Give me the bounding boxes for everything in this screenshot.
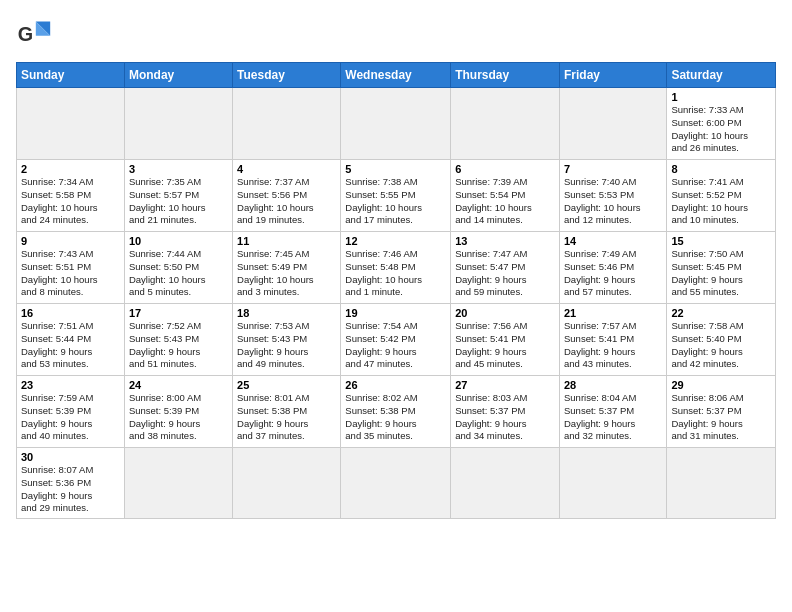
- calendar-cell: 3Sunrise: 7:35 AM Sunset: 5:57 PM Daylig…: [124, 160, 232, 232]
- calendar-cell: [341, 448, 451, 519]
- calendar-cell: [124, 448, 232, 519]
- calendar-cell: [667, 448, 776, 519]
- calendar-cell: 17Sunrise: 7:52 AM Sunset: 5:43 PM Dayli…: [124, 304, 232, 376]
- day-info: Sunrise: 7:38 AM Sunset: 5:55 PM Dayligh…: [345, 176, 446, 227]
- calendar-cell: 12Sunrise: 7:46 AM Sunset: 5:48 PM Dayli…: [341, 232, 451, 304]
- header: G: [16, 16, 776, 52]
- day-info: Sunrise: 8:01 AM Sunset: 5:38 PM Dayligh…: [237, 392, 336, 443]
- calendar-cell: [451, 448, 560, 519]
- day-number: 4: [237, 163, 336, 175]
- calendar-cell: [341, 88, 451, 160]
- calendar-cell: 1Sunrise: 7:33 AM Sunset: 6:00 PM Daylig…: [667, 88, 776, 160]
- day-info: Sunrise: 7:44 AM Sunset: 5:50 PM Dayligh…: [129, 248, 228, 299]
- day-info: Sunrise: 7:33 AM Sunset: 6:00 PM Dayligh…: [671, 104, 771, 155]
- day-info: Sunrise: 7:47 AM Sunset: 5:47 PM Dayligh…: [455, 248, 555, 299]
- day-number: 18: [237, 307, 336, 319]
- calendar-cell: 19Sunrise: 7:54 AM Sunset: 5:42 PM Dayli…: [341, 304, 451, 376]
- day-info: Sunrise: 7:37 AM Sunset: 5:56 PM Dayligh…: [237, 176, 336, 227]
- calendar-cell: 25Sunrise: 8:01 AM Sunset: 5:38 PM Dayli…: [233, 376, 341, 448]
- day-info: Sunrise: 7:35 AM Sunset: 5:57 PM Dayligh…: [129, 176, 228, 227]
- day-info: Sunrise: 8:02 AM Sunset: 5:38 PM Dayligh…: [345, 392, 446, 443]
- day-info: Sunrise: 7:56 AM Sunset: 5:41 PM Dayligh…: [455, 320, 555, 371]
- weekday-header-monday: Monday: [124, 63, 232, 88]
- calendar-cell: [233, 88, 341, 160]
- calendar-cell: 29Sunrise: 8:06 AM Sunset: 5:37 PM Dayli…: [667, 376, 776, 448]
- day-info: Sunrise: 7:39 AM Sunset: 5:54 PM Dayligh…: [455, 176, 555, 227]
- day-number: 16: [21, 307, 120, 319]
- calendar-cell: 16Sunrise: 7:51 AM Sunset: 5:44 PM Dayli…: [17, 304, 125, 376]
- calendar-cell: 6Sunrise: 7:39 AM Sunset: 5:54 PM Daylig…: [451, 160, 560, 232]
- day-info: Sunrise: 7:50 AM Sunset: 5:45 PM Dayligh…: [671, 248, 771, 299]
- day-number: 19: [345, 307, 446, 319]
- week-row-3: 16Sunrise: 7:51 AM Sunset: 5:44 PM Dayli…: [17, 304, 776, 376]
- calendar-cell: 7Sunrise: 7:40 AM Sunset: 5:53 PM Daylig…: [559, 160, 666, 232]
- day-number: 12: [345, 235, 446, 247]
- calendar-cell: 4Sunrise: 7:37 AM Sunset: 5:56 PM Daylig…: [233, 160, 341, 232]
- calendar-cell: 26Sunrise: 8:02 AM Sunset: 5:38 PM Dayli…: [341, 376, 451, 448]
- calendar-cell: 9Sunrise: 7:43 AM Sunset: 5:51 PM Daylig…: [17, 232, 125, 304]
- day-number: 30: [21, 451, 120, 463]
- day-number: 26: [345, 379, 446, 391]
- day-info: Sunrise: 7:54 AM Sunset: 5:42 PM Dayligh…: [345, 320, 446, 371]
- day-info: Sunrise: 8:06 AM Sunset: 5:37 PM Dayligh…: [671, 392, 771, 443]
- day-info: Sunrise: 7:49 AM Sunset: 5:46 PM Dayligh…: [564, 248, 662, 299]
- day-number: 21: [564, 307, 662, 319]
- day-info: Sunrise: 7:40 AM Sunset: 5:53 PM Dayligh…: [564, 176, 662, 227]
- logo-icon: G: [16, 16, 52, 52]
- day-info: Sunrise: 7:59 AM Sunset: 5:39 PM Dayligh…: [21, 392, 120, 443]
- day-info: Sunrise: 7:45 AM Sunset: 5:49 PM Dayligh…: [237, 248, 336, 299]
- day-number: 28: [564, 379, 662, 391]
- calendar-cell: [17, 88, 125, 160]
- day-info: Sunrise: 7:57 AM Sunset: 5:41 PM Dayligh…: [564, 320, 662, 371]
- calendar-cell: 14Sunrise: 7:49 AM Sunset: 5:46 PM Dayli…: [559, 232, 666, 304]
- calendar-cell: 13Sunrise: 7:47 AM Sunset: 5:47 PM Dayli…: [451, 232, 560, 304]
- day-number: 9: [21, 235, 120, 247]
- day-number: 20: [455, 307, 555, 319]
- day-number: 11: [237, 235, 336, 247]
- calendar-cell: 21Sunrise: 7:57 AM Sunset: 5:41 PM Dayli…: [559, 304, 666, 376]
- day-info: Sunrise: 7:58 AM Sunset: 5:40 PM Dayligh…: [671, 320, 771, 371]
- day-number: 27: [455, 379, 555, 391]
- weekday-header-row: SundayMondayTuesdayWednesdayThursdayFrid…: [17, 63, 776, 88]
- calendar-cell: 20Sunrise: 7:56 AM Sunset: 5:41 PM Dayli…: [451, 304, 560, 376]
- calendar-cell: [233, 448, 341, 519]
- calendar-cell: 30Sunrise: 8:07 AM Sunset: 5:36 PM Dayli…: [17, 448, 125, 519]
- day-info: Sunrise: 7:51 AM Sunset: 5:44 PM Dayligh…: [21, 320, 120, 371]
- day-number: 29: [671, 379, 771, 391]
- calendar-cell: [451, 88, 560, 160]
- calendar-cell: [559, 448, 666, 519]
- svg-text:G: G: [18, 23, 33, 45]
- day-number: 6: [455, 163, 555, 175]
- day-number: 24: [129, 379, 228, 391]
- week-row-4: 23Sunrise: 7:59 AM Sunset: 5:39 PM Dayli…: [17, 376, 776, 448]
- calendar-cell: 23Sunrise: 7:59 AM Sunset: 5:39 PM Dayli…: [17, 376, 125, 448]
- calendar-cell: 18Sunrise: 7:53 AM Sunset: 5:43 PM Dayli…: [233, 304, 341, 376]
- day-number: 22: [671, 307, 771, 319]
- calendar-cell: 28Sunrise: 8:04 AM Sunset: 5:37 PM Dayli…: [559, 376, 666, 448]
- day-number: 10: [129, 235, 228, 247]
- day-number: 13: [455, 235, 555, 247]
- day-number: 5: [345, 163, 446, 175]
- day-info: Sunrise: 8:00 AM Sunset: 5:39 PM Dayligh…: [129, 392, 228, 443]
- day-info: Sunrise: 7:34 AM Sunset: 5:58 PM Dayligh…: [21, 176, 120, 227]
- calendar-cell: 27Sunrise: 8:03 AM Sunset: 5:37 PM Dayli…: [451, 376, 560, 448]
- day-number: 14: [564, 235, 662, 247]
- day-info: Sunrise: 7:46 AM Sunset: 5:48 PM Dayligh…: [345, 248, 446, 299]
- day-number: 1: [671, 91, 771, 103]
- weekday-header-thursday: Thursday: [451, 63, 560, 88]
- week-row-0: 1Sunrise: 7:33 AM Sunset: 6:00 PM Daylig…: [17, 88, 776, 160]
- weekday-header-sunday: Sunday: [17, 63, 125, 88]
- day-info: Sunrise: 7:53 AM Sunset: 5:43 PM Dayligh…: [237, 320, 336, 371]
- calendar-cell: 8Sunrise: 7:41 AM Sunset: 5:52 PM Daylig…: [667, 160, 776, 232]
- day-number: 25: [237, 379, 336, 391]
- calendar-cell: 22Sunrise: 7:58 AM Sunset: 5:40 PM Dayli…: [667, 304, 776, 376]
- weekday-header-wednesday: Wednesday: [341, 63, 451, 88]
- calendar-cell: 11Sunrise: 7:45 AM Sunset: 5:49 PM Dayli…: [233, 232, 341, 304]
- day-number: 23: [21, 379, 120, 391]
- day-number: 3: [129, 163, 228, 175]
- logo: G: [16, 16, 58, 52]
- day-info: Sunrise: 8:04 AM Sunset: 5:37 PM Dayligh…: [564, 392, 662, 443]
- day-number: 15: [671, 235, 771, 247]
- calendar-cell: [124, 88, 232, 160]
- day-number: 8: [671, 163, 771, 175]
